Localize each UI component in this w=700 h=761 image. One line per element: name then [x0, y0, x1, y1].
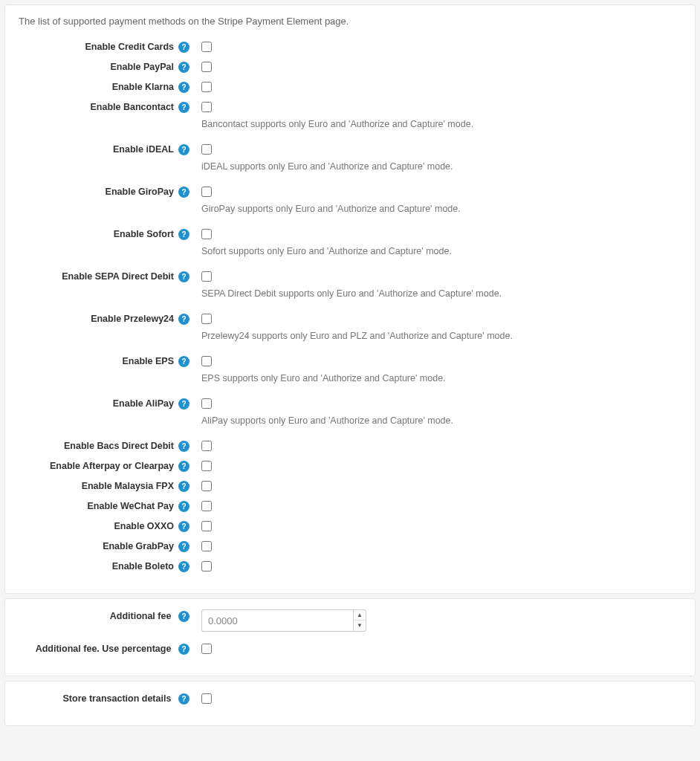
store-transaction-panel: Store transaction details ?	[4, 681, 696, 726]
option-label-eps: Enable EPS	[123, 356, 174, 366]
payment-methods-panel: The list of supported payment methods on…	[4, 4, 696, 594]
option-row-klarna: Enable Klarna?	[19, 80, 681, 94]
option-label-bancontact: Enable Bancontact	[90, 102, 174, 112]
option-hint-sepa: SEPA Direct Debit supports only Euro and…	[201, 288, 681, 299]
option-checkbox-credit[interactable]	[201, 42, 212, 52]
option-label-klarna: Enable Klarna	[112, 82, 174, 92]
option-label-grabpay: Enable GrabPay	[103, 541, 174, 551]
option-label-bacs: Enable Bacs Direct Debit	[64, 441, 174, 451]
option-checkbox-sofort[interactable]	[201, 229, 212, 239]
help-icon[interactable]: ?	[178, 144, 189, 155]
help-icon[interactable]: ?	[178, 42, 189, 53]
option-row-sepa: Enable SEPA Direct Debit?	[19, 270, 681, 284]
options-container: Enable Credit Cards?Enable PayPal?Enable…	[19, 40, 681, 574]
option-label-p24: Enable Przelewy24	[91, 314, 174, 324]
help-icon[interactable]: ?	[178, 62, 189, 73]
option-label-alipay: Enable AliPay	[113, 398, 174, 409]
option-checkbox-ideal[interactable]	[201, 144, 212, 155]
help-icon[interactable]: ?	[178, 561, 189, 572]
fees-panel: Additional fee ? ▲ ▼ Additional fee. Use…	[4, 598, 696, 676]
help-icon[interactable]: ?	[178, 644, 189, 655]
option-row-credit: Enable Credit Cards?	[19, 40, 681, 54]
store-transaction-checkbox[interactable]	[201, 693, 212, 704]
option-label-giropay: Enable GiroPay	[106, 187, 174, 197]
option-row-sofort: Enable Sofort?	[19, 227, 681, 242]
help-icon[interactable]: ?	[178, 187, 189, 198]
additional-fee-spinner: ▲ ▼	[353, 609, 366, 632]
help-icon[interactable]: ?	[178, 441, 189, 452]
option-hint-p24: Przelewy24 supports only Euro and PLZ an…	[201, 331, 681, 341]
option-hint-sofort: Sofort supports only Euro and 'Authorize…	[201, 246, 681, 256]
option-hint-eps: EPS supports only Euro and 'Authorize an…	[201, 373, 681, 383]
help-icon[interactable]: ?	[178, 521, 189, 532]
additional-fee-row: Additional fee ? ▲ ▼	[19, 609, 681, 632]
store-transaction-row: Store transaction details ?	[19, 692, 681, 706]
option-label-paypal: Enable PayPal	[111, 62, 174, 72]
option-row-eps: Enable EPS?	[19, 354, 681, 369]
help-icon[interactable]: ?	[178, 314, 189, 325]
option-checkbox-fpx[interactable]	[201, 481, 212, 491]
use-percentage-checkbox[interactable]	[201, 644, 212, 654]
help-icon[interactable]: ?	[178, 82, 189, 93]
additional-fee-label: Additional fee	[110, 611, 172, 621]
option-row-bancontact: Enable Bancontact?	[19, 100, 681, 114]
option-checkbox-wechat[interactable]	[201, 501, 212, 511]
option-label-sepa: Enable SEPA Direct Debit	[62, 271, 174, 282]
option-checkbox-afterpay[interactable]	[201, 461, 212, 471]
help-icon[interactable]: ?	[178, 541, 189, 552]
option-checkbox-bancontact[interactable]	[201, 102, 212, 112]
help-icon[interactable]: ?	[178, 229, 189, 240]
option-hint-giropay: GiroPay supports only Euro and 'Authoriz…	[201, 204, 681, 214]
option-checkbox-sepa[interactable]	[201, 271, 212, 282]
option-hint-ideal: iDEAL supports only Euro and 'Authorize …	[201, 161, 681, 172]
option-label-wechat: Enable WeChat Pay	[88, 501, 174, 511]
option-row-giropay: Enable GiroPay?	[19, 185, 681, 199]
help-icon[interactable]: ?	[178, 398, 189, 409]
store-transaction-label: Store transaction details	[63, 693, 172, 704]
intro-text: The list of supported payment methods on…	[19, 16, 681, 27]
option-checkbox-klarna[interactable]	[201, 82, 212, 92]
help-icon[interactable]: ?	[178, 611, 189, 622]
option-checkbox-grabpay[interactable]	[201, 541, 212, 551]
option-checkbox-boleto[interactable]	[201, 561, 212, 571]
option-checkbox-paypal[interactable]	[201, 62, 212, 72]
use-percentage-label: Additional fee. Use percentage	[36, 644, 172, 654]
option-label-sofort: Enable Sofort	[114, 229, 174, 239]
option-hint-bancontact: Bancontact supports only Euro and 'Autho…	[201, 119, 681, 129]
option-hint-alipay: AliPay supports only Euro and 'Authorize…	[201, 415, 681, 426]
option-label-oxxo: Enable OXXO	[114, 521, 174, 531]
option-row-alipay: Enable AliPay?	[19, 397, 681, 411]
help-icon[interactable]: ?	[178, 693, 189, 705]
help-icon[interactable]: ?	[178, 481, 189, 492]
option-row-fpx: Enable Malaysia FPX?	[19, 479, 681, 493]
option-checkbox-bacs[interactable]	[201, 441, 212, 451]
spinner-up-icon[interactable]: ▲	[354, 610, 366, 621]
option-label-ideal: Enable iDEAL	[113, 144, 174, 155]
option-row-bacs: Enable Bacs Direct Debit?	[19, 439, 681, 453]
use-percentage-row: Additional fee. Use percentage ?	[19, 642, 681, 656]
option-row-oxxo: Enable OXXO?	[19, 519, 681, 534]
option-checkbox-alipay[interactable]	[201, 398, 212, 409]
option-row-wechat: Enable WeChat Pay?	[19, 499, 681, 514]
additional-fee-input[interactable]	[201, 609, 353, 632]
option-label-afterpay: Enable Afterpay or Clearpay	[50, 461, 174, 471]
help-icon[interactable]: ?	[178, 356, 189, 367]
option-checkbox-p24[interactable]	[201, 314, 212, 324]
help-icon[interactable]: ?	[178, 271, 189, 282]
option-checkbox-eps[interactable]	[201, 356, 212, 366]
option-row-ideal: Enable iDEAL?	[19, 143, 681, 157]
option-checkbox-giropay[interactable]	[201, 187, 212, 197]
option-checkbox-oxxo[interactable]	[201, 521, 212, 531]
option-row-paypal: Enable PayPal?	[19, 60, 681, 74]
help-icon[interactable]: ?	[178, 501, 189, 512]
option-label-boleto: Enable Boleto	[112, 561, 174, 571]
spinner-down-icon[interactable]: ▼	[354, 621, 366, 631]
option-label-credit: Enable Credit Cards	[85, 42, 174, 52]
option-label-fpx: Enable Malaysia FPX	[82, 481, 174, 491]
option-row-afterpay: Enable Afterpay or Clearpay?	[19, 459, 681, 473]
option-row-p24: Enable Przelewy24?	[19, 312, 681, 326]
help-icon[interactable]: ?	[178, 102, 189, 113]
option-row-boleto: Enable Boleto?	[19, 560, 681, 574]
additional-fee-input-wrap: ▲ ▼	[201, 609, 366, 632]
help-icon[interactable]: ?	[178, 461, 189, 472]
